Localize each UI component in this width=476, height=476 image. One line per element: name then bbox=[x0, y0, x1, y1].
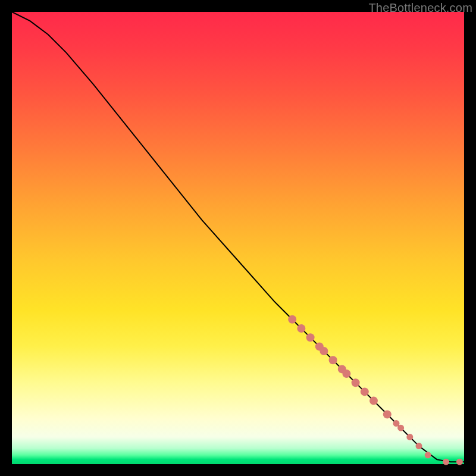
marker-point bbox=[443, 459, 449, 465]
watermark-text: TheBottleneck.com bbox=[368, 1, 472, 15]
marker-point bbox=[320, 347, 328, 355]
marker-point bbox=[329, 356, 337, 364]
marker-point bbox=[361, 387, 369, 396]
marker-point bbox=[383, 410, 392, 418]
highlighted-points bbox=[288, 315, 463, 465]
bottleneck-curve bbox=[12, 12, 464, 462]
marker-point bbox=[456, 459, 463, 465]
marker-point bbox=[342, 369, 350, 378]
marker-point bbox=[352, 378, 360, 387]
marker-point bbox=[406, 434, 413, 440]
marker-point bbox=[297, 324, 305, 333]
chart-svg bbox=[12, 12, 464, 464]
marker-point bbox=[425, 452, 431, 458]
chart-frame bbox=[12, 12, 464, 464]
marker-point bbox=[369, 397, 378, 405]
marker-point bbox=[306, 333, 315, 342]
marker-point bbox=[397, 425, 404, 431]
marker-point bbox=[288, 315, 296, 324]
marker-point bbox=[416, 443, 422, 449]
